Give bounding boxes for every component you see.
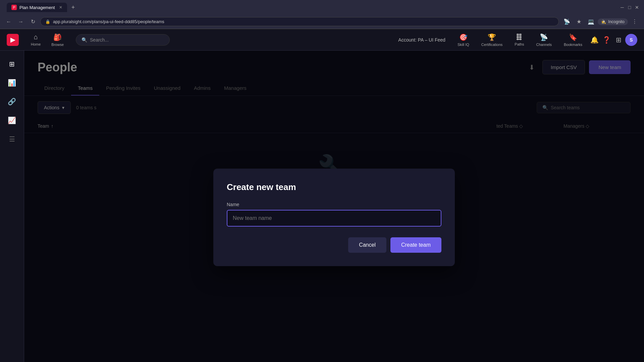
paths-icon: 🛤: [516, 33, 523, 41]
tab-title: Plan Management: [19, 5, 56, 10]
tab-favicon: P: [11, 5, 17, 10]
new-tab-button[interactable]: +: [68, 3, 78, 12]
list-icon: ☰: [9, 135, 15, 143]
skill-iq-label: Skill IQ: [458, 43, 469, 47]
analytics-icon: 📈: [8, 116, 16, 124]
create-team-button[interactable]: Create team: [390, 237, 441, 253]
tab-close-icon[interactable]: ✕: [59, 5, 62, 10]
name-label: Name: [227, 202, 441, 207]
url-text: app.pluralsight.com/plans/pa-ui-feed-ddd…: [53, 19, 164, 24]
notifications-button[interactable]: 🔔: [589, 35, 600, 45]
bookmarks-label: Bookmarks: [564, 43, 582, 47]
create-team-modal: Create new team Name Cancel Create team: [213, 169, 455, 266]
browser-chrome: P Plan Management ✕ + ─ □ ✕ ← → ↻ 🔒 app.…: [0, 0, 644, 29]
certifications-icon: 🏆: [488, 33, 496, 41]
help-button[interactable]: ❓: [601, 35, 612, 45]
incognito-badge: 🕵 Incognito: [598, 18, 628, 25]
nav-home-label: Home: [31, 42, 41, 46]
app-container: ⊞ 📊 🔗 📈 ☰ ❓ People ⬇ Import CSV New tea: [0, 51, 644, 362]
nav-certifications[interactable]: 🏆 Certifications: [476, 31, 508, 49]
browse-icon: 🎒: [53, 33, 62, 41]
app-logo[interactable]: ▶: [7, 34, 19, 46]
cancel-button[interactable]: Cancel: [348, 237, 386, 253]
search-icon: 🔍: [82, 37, 87, 43]
nav-browse[interactable]: 🎒 Browse: [46, 31, 69, 49]
top-nav: ▶ ⌂ Home 🎒 Browse 🔍 Search... Account: P…: [0, 29, 644, 51]
channels-icon: 📡: [540, 33, 548, 41]
address-bar[interactable]: 🔒 app.pluralsight.com/plans/pa-ui-feed-d…: [40, 17, 559, 26]
sidebar: ⊞ 📊 🔗 📈 ☰ ❓: [0, 51, 24, 362]
modal-overlay: Create new team Name Cancel Create team: [24, 51, 644, 362]
avatar[interactable]: S: [625, 34, 637, 46]
nav-bookmarks[interactable]: 🔖 Bookmarks: [558, 31, 588, 49]
sidebar-item-grid[interactable]: ⊞: [4, 56, 20, 72]
device-icon[interactable]: 💻: [586, 16, 596, 27]
sidebar-item-dashboard[interactable]: 📊: [4, 75, 20, 91]
incognito-label: Incognito: [608, 19, 625, 24]
hierarchy-icon: 🔗: [8, 98, 16, 106]
global-search[interactable]: 🔍 Search...: [76, 34, 170, 46]
main-content: People ⬇ Import CSV New team Directory T…: [24, 51, 644, 362]
nav-home[interactable]: ⌂ Home: [25, 31, 46, 49]
home-icon: ⌂: [34, 33, 38, 41]
sidebar-item-hierarchy[interactable]: 🔗: [4, 94, 20, 110]
minimize-button[interactable]: ─: [619, 4, 625, 10]
close-button[interactable]: ✕: [634, 4, 640, 10]
browser-toolbar: ← → ↻ 🔒 app.pluralsight.com/plans/pa-ui-…: [0, 15, 644, 29]
nav-paths[interactable]: 🛤 Paths: [509, 31, 529, 49]
certifications-label: Certifications: [481, 43, 503, 47]
team-name-input[interactable]: [227, 210, 441, 227]
channels-label: Channels: [536, 43, 551, 47]
account-badge: Account: PA – UI Feed: [391, 37, 452, 43]
apps-button[interactable]: ⊞: [613, 35, 624, 45]
nav-channels[interactable]: 📡 Channels: [531, 31, 557, 49]
nav-browse-label: Browse: [51, 43, 64, 47]
restore-button[interactable]: □: [627, 4, 633, 10]
bookmarks-icon: 🔖: [569, 33, 577, 41]
grid-icon: ⊞: [9, 60, 15, 68]
nav-skill-iq[interactable]: 🎯 Skill IQ: [452, 31, 475, 49]
modal-title: Create new team: [227, 182, 441, 192]
paths-label: Paths: [515, 42, 524, 46]
menu-button[interactable]: ⋮: [629, 16, 640, 27]
skill-iq-icon: 🎯: [459, 33, 468, 41]
browser-actions: 📡 ★ 💻 🕵 Incognito ⋮: [561, 16, 640, 27]
lock-icon: 🔒: [45, 19, 50, 24]
incognito-icon: 🕵: [601, 19, 606, 24]
modal-actions: Cancel Create team: [227, 237, 441, 253]
search-placeholder: Search...: [90, 37, 109, 43]
sidebar-item-analytics[interactable]: 📈: [4, 112, 20, 128]
nav-right-items: 🎯 Skill IQ 🏆 Certifications 🛤 Paths 📡 Ch…: [452, 31, 637, 49]
tab-bar: P Plan Management ✕ +: [4, 3, 80, 12]
forward-button[interactable]: →: [16, 17, 25, 26]
browser-tab[interactable]: P Plan Management ✕: [7, 3, 67, 12]
sidebar-item-list[interactable]: ☰: [4, 131, 20, 147]
back-button[interactable]: ←: [4, 17, 13, 26]
bookmark-star-icon[interactable]: ★: [574, 16, 584, 27]
browser-titlebar: P Plan Management ✕ + ─ □ ✕: [0, 0, 644, 15]
cast-icon[interactable]: 📡: [561, 16, 572, 27]
dashboard-icon: 📊: [8, 79, 16, 87]
refresh-button[interactable]: ↻: [28, 17, 38, 26]
